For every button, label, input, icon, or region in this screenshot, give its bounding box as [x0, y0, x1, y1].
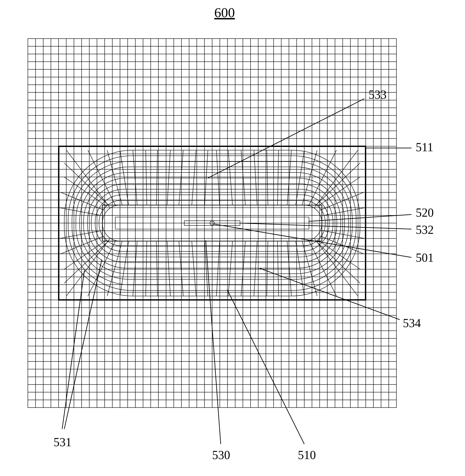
svg-line-21: [64, 260, 102, 429]
svg-line-20: [62, 270, 85, 429]
svg-line-17: [259, 268, 400, 320]
diagram-svg: 600: [0, 0, 465, 476]
figure-600: { "figure": { "title": "600", "labels": …: [0, 0, 465, 476]
label-511: 511: [416, 141, 433, 154]
label-534: 534: [403, 316, 421, 330]
svg-line-19: [206, 240, 221, 444]
figure-title: 600: [214, 5, 235, 20]
label-510: 510: [298, 448, 316, 462]
label-530: 530: [212, 448, 230, 462]
label-532: 532: [416, 223, 434, 236]
label-533: 533: [369, 88, 387, 101]
label-531: 531: [53, 435, 72, 449]
label-520: 520: [416, 206, 434, 219]
label-501: 501: [416, 251, 434, 264]
